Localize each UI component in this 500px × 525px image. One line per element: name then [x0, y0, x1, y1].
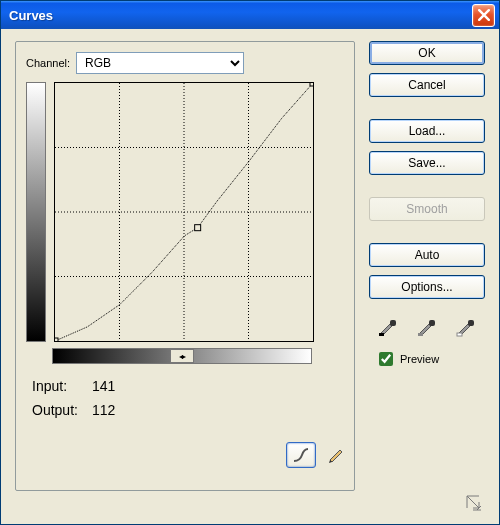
preview-label[interactable]: Preview: [400, 353, 439, 365]
output-value: 112: [92, 402, 132, 418]
curves-panel: Channel: RGB Red Green Blue: [15, 41, 355, 491]
curves-plot[interactable]: [54, 82, 314, 342]
curve-tool-button[interactable]: [286, 442, 316, 468]
close-button[interactable]: [472, 4, 495, 27]
ok-button[interactable]: OK: [369, 41, 485, 65]
titlebar[interactable]: Curves: [1, 1, 499, 29]
svg-rect-7: [195, 225, 201, 231]
svg-rect-13: [468, 320, 474, 326]
smooth-button: Smooth: [369, 197, 485, 221]
eyedropper-black-icon[interactable]: [377, 315, 399, 337]
pencil-tool-icon: [327, 445, 345, 463]
gradient-midpoint-handle[interactable]: ◂▸: [170, 349, 194, 363]
output-label: Output:: [32, 402, 92, 418]
channel-select[interactable]: RGB Red Green Blue: [76, 52, 244, 74]
channel-label: Channel:: [26, 57, 70, 69]
input-value: 141: [92, 378, 132, 394]
input-label: Input:: [32, 378, 92, 394]
svg-rect-14: [457, 333, 462, 336]
cancel-button[interactable]: Cancel: [369, 73, 485, 97]
horizontal-gradient[interactable]: ◂▸: [52, 348, 312, 364]
svg-rect-11: [429, 320, 435, 326]
curves-dialog: Curves Channel: RGB Red Green Blue: [0, 0, 500, 525]
vertical-gradient: [26, 82, 46, 342]
window-title: Curves: [9, 8, 53, 23]
curve-tool-icon: [292, 447, 310, 463]
auto-button[interactable]: Auto: [369, 243, 485, 267]
eyedropper-white-icon[interactable]: [455, 315, 477, 337]
load-button[interactable]: Load...: [369, 119, 485, 143]
svg-rect-8: [310, 83, 313, 86]
svg-rect-9: [390, 320, 396, 326]
svg-rect-10: [379, 333, 384, 336]
pencil-tool-button[interactable]: [322, 442, 350, 466]
preview-checkbox[interactable]: [379, 352, 393, 366]
options-button[interactable]: Options...: [369, 275, 485, 299]
curves-svg: [55, 83, 313, 341]
close-icon: [478, 9, 490, 21]
svg-rect-12: [418, 333, 423, 336]
resize-grip-icon[interactable]: [465, 494, 483, 514]
save-button[interactable]: Save...: [369, 151, 485, 175]
eyedropper-gray-icon[interactable]: [416, 315, 438, 337]
svg-rect-6: [55, 338, 58, 341]
